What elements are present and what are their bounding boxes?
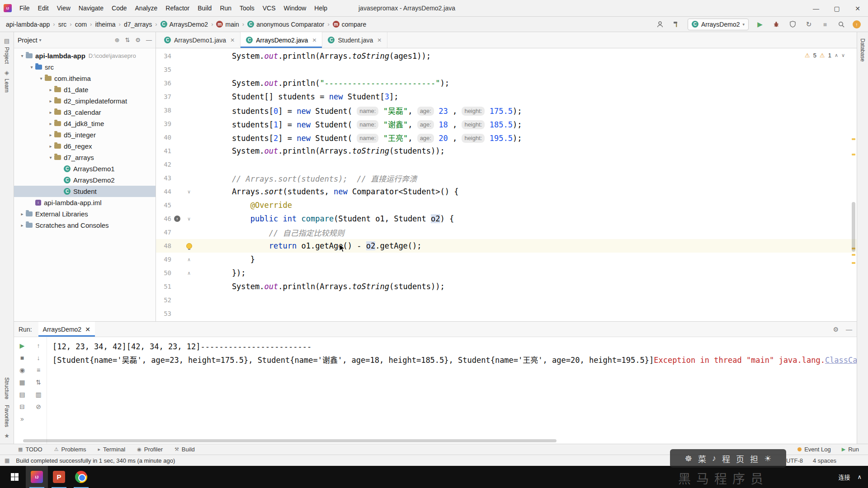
tree-item-api-lambda-app-iml[interactable]: iapi-lambda-app.iml [14,197,156,208]
breadcrumb-item-anonymous-comparator[interactable]: Canonymous Comparator [246,20,326,29]
menu-edit[interactable]: Edit [34,0,53,17]
tree-item-d5-integer[interactable]: ▸d5_integer [14,129,156,141]
start-button[interactable] [4,466,26,488]
minus-icon[interactable]: ⊟ [18,403,26,411]
close-icon[interactable]: ✕ [230,37,235,43]
tool-button-learn[interactable]: Learn [4,79,10,93]
breadcrumb-item-main[interactable]: mmain [215,20,240,29]
tray-chevron-icon[interactable]: ∧ [857,474,862,480]
tree-item-com-itheima[interactable]: ▾com.itheima [14,73,156,84]
tree-chevron-icon[interactable]: ▸ [47,87,54,92]
menu-navigate[interactable]: Navigate [75,0,108,17]
user-icon[interactable] [655,19,665,29]
run-console[interactable]: [12, 23, 34, 42][42, 34, 23, 12]--------… [47,337,857,444]
gear-icon[interactable]: ⚙ [833,326,839,333]
tree-chevron-icon[interactable]: ▸ [19,211,26,216]
menu-analyze[interactable]: Analyze [131,0,162,17]
tool-button-project[interactable]: Project [4,47,10,64]
code-line-46[interactable]: 46↑∨ public int compare(Student o1, Stud… [156,212,857,225]
tree-item-scratches-and-consoles[interactable]: ▸Scratches and Consoles [14,220,156,231]
console-hscrollbar[interactable] [23,439,557,442]
tree-chevron-icon[interactable]: ▸ [19,223,26,228]
run-config-selector[interactable]: C ArraysDemo2 ▾ [688,19,749,30]
minimize-panel-icon[interactable]: — [846,326,852,333]
tree-item-student[interactable]: CStudent [14,186,156,197]
hide-icon[interactable]: — [146,37,152,43]
close-button[interactable]: ✕ [847,0,868,17]
tool-window-switcher-icon[interactable]: ▦ [5,457,9,464]
console-link[interactable]: ClassCastException [825,356,857,365]
tree-item-src[interactable]: ▾src [14,61,156,73]
code-line-50[interactable]: 50∧ }); [156,266,857,280]
tool-window-button-build[interactable]: ⚒Build [175,446,195,453]
tool-window-button-problems[interactable]: ⚠Problems [54,446,86,453]
print-icon[interactable]: ▥ [34,390,42,399]
rerun-icon[interactable]: ↻ [804,19,814,29]
close-icon[interactable]: ✕ [312,37,316,43]
breadcrumb-item-compare[interactable]: mcompare [331,20,368,29]
code-line-52[interactable]: 52 [156,293,857,307]
tool-button-favorites[interactable]: Favorites [4,405,10,427]
collapse-icon[interactable]: ⇅ [125,37,130,43]
more-icon[interactable]: » [18,415,26,423]
tree-chevron-icon[interactable]: ▸ [47,121,54,126]
project-tool-icon[interactable]: ▤ [4,38,9,44]
down-icon[interactable]: ↓ [34,354,42,362]
grid-icon[interactable]: ▦ [18,378,26,386]
rerun-icon[interactable]: ▶ [18,342,26,350]
code-line-51[interactable]: 51 System.out.println(Arrays.toString(st… [156,280,857,293]
code-line-39[interactable]: 39 students[1] = new Student( name: "谢鑫"… [156,117,857,131]
code-line-34[interactable]: 34 System.out.println(Arrays.toString(ag… [156,49,857,63]
tree-item-d3-calendar[interactable]: ▸d3_calendar [14,107,156,118]
up-icon[interactable]: ↑ [34,342,42,350]
override-marker-icon[interactable]: ↑ [174,216,180,222]
debug-bug-icon[interactable] [771,19,781,29]
update-icon[interactable]: ↑ [853,20,861,28]
tab-arraysdemo1-java[interactable]: CArraysDemo1.java✕ [159,32,241,48]
project-view-selector[interactable]: Project [18,37,38,44]
code-line-36[interactable]: 36 System.out.println("-----------------… [156,76,857,90]
taskbar-app-powerpoint[interactable]: P [48,466,70,488]
breadcrumb-item-com[interactable]: com [74,20,88,29]
fold-open-icon[interactable]: ∨ [183,189,195,195]
breadcrumb-item-src[interactable]: src [57,20,68,29]
tool-button-database[interactable]: Database [859,38,866,61]
code-line-44[interactable]: 44∨ Arrays.sort(students, new Comparator… [156,185,857,198]
code-line-35[interactable]: 35 [156,63,857,76]
code-line-42[interactable]: 42 [156,158,857,171]
menu-run[interactable]: Run [216,0,236,17]
code-line-45[interactable]: 45 @Override [156,198,857,212]
tool-window-button-profiler[interactable]: ◉Profiler [137,446,163,453]
menu-file[interactable]: File [15,0,34,17]
close-icon[interactable]: ✕ [85,326,90,333]
menu-tools[interactable]: Tools [236,0,259,17]
run-button[interactable]: ▶ [755,19,765,29]
breadcrumb-item-itheima[interactable]: itheima [94,20,117,29]
close-icon[interactable]: ✕ [377,37,382,43]
tree-chevron-icon[interactable]: ▸ [47,99,54,103]
next-warning-icon[interactable]: ∨ [841,52,845,58]
tree-chevron-icon[interactable]: ▸ [47,110,54,115]
stop-icon[interactable]: ■ [18,354,26,362]
tree-item-d6-regex[interactable]: ▸d6_regex [14,141,156,152]
tree-item-arraysdemo2[interactable]: CArraysDemo2 [14,174,156,186]
code-line-37[interactable]: 37 Student[] students = new Student[3]; [156,90,857,103]
tool-window-button-terminal[interactable]: ▸Terminal [98,446,126,453]
tool-window-button-event-log[interactable]: Event Log [797,446,831,453]
code-line-47[interactable]: 47 // 自己指定比较规则 [156,225,857,239]
code-line-40[interactable]: 40 students[2] = new Student( name: "王亮"… [156,131,857,144]
stop-button[interactable]: ■ [820,19,830,29]
code-line-48[interactable]: 48 return o1.getAge() - o2.getAge(); [156,239,857,253]
coverage-shield-icon[interactable] [788,19,797,29]
tree-item-api-lambda-app[interactable]: ▾api-lambda-appD:\code\javasepro [14,50,156,61]
intention-bulb-icon[interactable] [186,243,192,249]
menu-view[interactable]: View [53,0,75,17]
code-line-43[interactable]: 43 // Arrays.sort(students); // 直接运行奔溃 [156,171,857,185]
tree-chevron-icon[interactable]: ▾ [19,53,26,58]
code-line-38[interactable]: 38 students[0] = new Student( name: "吴磊"… [156,103,857,117]
prev-warning-icon[interactable]: ∧ [835,52,838,58]
menu-build[interactable]: Build [193,0,216,17]
code-line-41[interactable]: 41 System.out.println(Arrays.toString(st… [156,144,857,158]
locate-icon[interactable]: ⊕ [115,37,120,43]
run-tab[interactable]: ArraysDemo2 ✕ [38,322,95,337]
